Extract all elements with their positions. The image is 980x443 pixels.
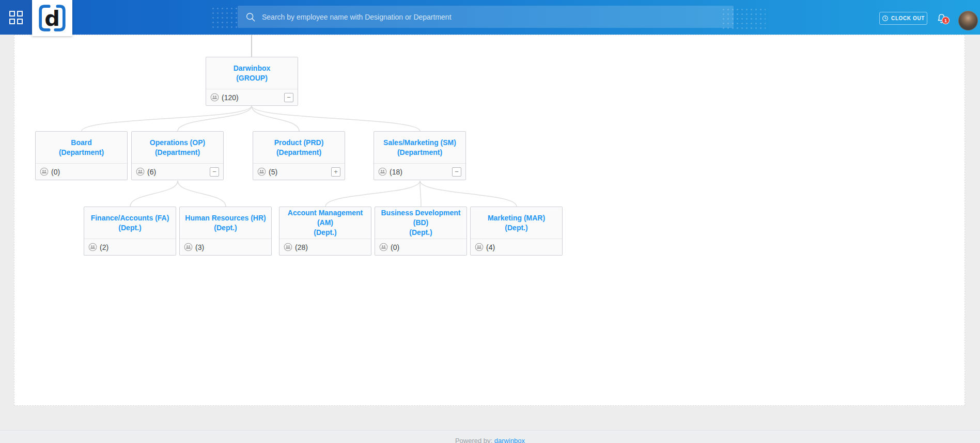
powered-by: Powered by: darwinbox — [0, 437, 980, 443]
logo-letter: d — [44, 6, 60, 31]
clock-icon — [882, 15, 889, 22]
employee-count: (28) — [295, 243, 308, 251]
user-avatar[interactable] — [958, 11, 978, 30]
employee-count: (120) — [222, 93, 239, 102]
employee-count: (0) — [391, 243, 399, 251]
employee-count: (3) — [195, 243, 204, 251]
org-node-account-management[interactable]: Account Management (AM) (Dept.) (28) — [279, 207, 371, 256]
employee-count: (6) — [147, 168, 156, 176]
node-title: Sales/Marketing (SM) — [377, 138, 462, 148]
node-subtitle: (Department) — [39, 148, 124, 157]
search-icon — [245, 11, 256, 23]
org-node-sales-marketing[interactable]: Sales/Marketing (SM) (Department) (18) − — [374, 131, 466, 180]
notifications-button[interactable]: 1 — [936, 13, 953, 28]
employee-count-icon — [136, 167, 145, 176]
employee-count-icon — [88, 243, 97, 251]
node-title: Darwinbox — [209, 64, 294, 73]
collapse-button[interactable]: − — [284, 93, 293, 102]
employee-count: (0) — [51, 168, 60, 176]
collapse-button[interactable]: − — [210, 167, 219, 177]
node-title: Operations (OP) — [135, 138, 220, 148]
search-input[interactable] — [262, 13, 726, 21]
employee-count-icon — [475, 243, 484, 251]
employee-count: (5) — [269, 168, 277, 176]
employee-count: (2) — [100, 243, 108, 251]
org-node-human-resources[interactable]: Human Resources (HR) (Dept.) (3) — [179, 207, 272, 256]
node-title: Business Development (BD) — [378, 208, 463, 228]
org-node-darwinbox[interactable]: Darwinbox (GROUP) (120) − — [206, 57, 298, 106]
clock-out-button[interactable]: CLOCK OUT — [879, 12, 927, 25]
employee-count-icon — [378, 167, 387, 176]
node-subtitle: (Dept.) — [474, 223, 559, 233]
employee-count-icon — [379, 243, 388, 251]
node-subtitle: (Dept.) — [183, 223, 268, 233]
employee-count-icon — [184, 243, 193, 251]
collapse-button[interactable]: − — [452, 167, 461, 177]
clock-out-label: CLOCK OUT — [891, 15, 925, 21]
header-dot-pattern — [211, 6, 238, 30]
node-subtitle: (Department) — [377, 148, 462, 157]
employee-count: (4) — [486, 243, 495, 251]
org-chart-page: d CLOCK OUT 1 — [0, 0, 980, 443]
node-title: Human Resources (HR) — [183, 213, 268, 223]
powered-by-label: Powered by: — [455, 437, 492, 443]
node-subtitle: (Department) — [256, 148, 341, 157]
org-node-finance-accounts[interactable]: Finance/Accounts (FA) (Dept.) (2) — [84, 207, 176, 256]
node-subtitle: (Dept.) — [378, 228, 463, 238]
apps-menu-button[interactable] — [0, 0, 32, 35]
org-node-operations[interactable]: Operations (OP) (Department) (6) − — [131, 131, 224, 180]
node-title: Finance/Accounts (FA) — [87, 213, 173, 223]
node-title: Account Management (AM) — [283, 208, 368, 228]
global-search-bar[interactable] — [238, 6, 734, 28]
node-title: Marketing (MAR) — [474, 213, 559, 223]
grid-menu-icon — [9, 11, 23, 24]
node-subtitle: (GROUP) — [209, 73, 294, 83]
notification-badge: 1 — [942, 17, 950, 24]
org-node-business-development[interactable]: Business Development (BD) (Dept.) (0) — [375, 207, 467, 256]
employee-count-icon — [284, 243, 292, 251]
org-node-marketing[interactable]: Marketing (MAR) (Dept.) (4) — [470, 207, 563, 256]
org-node-product[interactable]: Product (PRD) (Department) (5) + — [253, 131, 345, 180]
employee-count-icon — [257, 167, 266, 176]
darwinbox-link[interactable]: darwinbox — [494, 437, 525, 443]
employee-count: (18) — [390, 168, 402, 176]
node-title: Product (PRD) — [256, 138, 341, 148]
org-node-board[interactable]: Board (Department) (0) — [35, 131, 128, 180]
node-title: Board — [39, 138, 124, 148]
top-navbar: d CLOCK OUT 1 — [0, 0, 980, 35]
node-subtitle: (Department) — [135, 148, 220, 157]
darwinbox-logo-icon: d — [38, 4, 67, 33]
node-subtitle: (Dept.) — [283, 228, 368, 238]
employee-count-icon — [210, 93, 219, 102]
expand-button[interactable]: + — [331, 167, 340, 177]
darwinbox-logo[interactable]: d — [32, 0, 72, 36]
node-subtitle: (Dept.) — [87, 223, 173, 233]
employee-count-icon — [40, 167, 49, 176]
